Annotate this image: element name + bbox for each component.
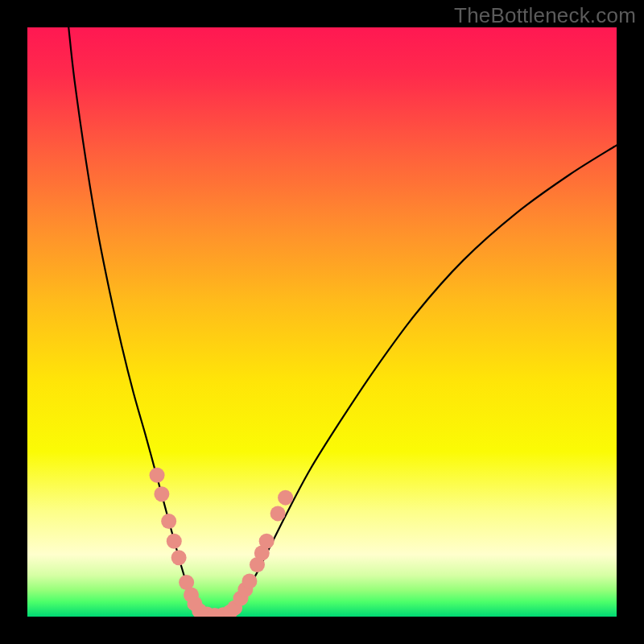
data-dot-right <box>278 490 293 506</box>
data-dot-left <box>150 468 165 483</box>
data-dot-right <box>259 534 275 549</box>
data-dot-left <box>154 486 169 502</box>
data-dot-right <box>242 574 257 589</box>
data-dot-left <box>167 534 182 549</box>
plot-area <box>27 27 617 617</box>
plot-svg <box>27 27 617 617</box>
data-dot-left <box>161 514 176 529</box>
data-dot-right <box>270 506 286 521</box>
watermark-text: TheBottleneck.com <box>454 3 636 28</box>
chart-frame: TheBottleneck.com <box>0 0 644 644</box>
data-dot-left <box>171 550 187 565</box>
